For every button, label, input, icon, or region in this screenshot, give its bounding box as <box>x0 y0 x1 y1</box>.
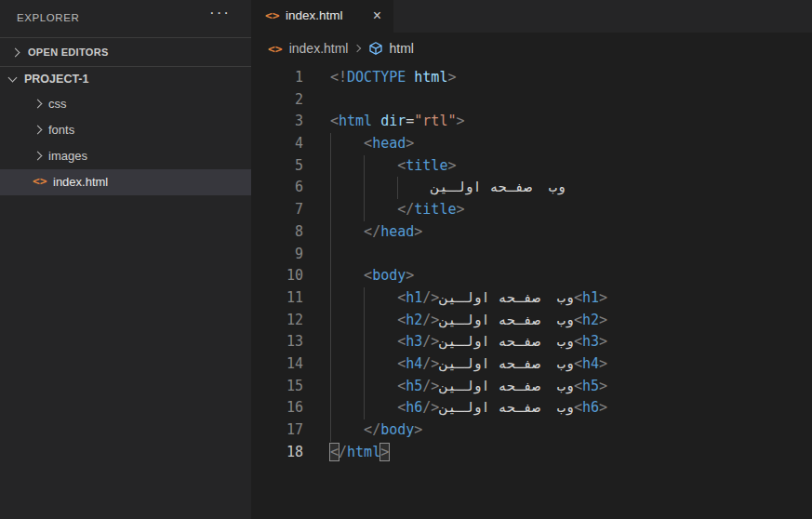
sidebar-item-fonts[interactable]: fonts <box>0 117 251 143</box>
line-number: 18 <box>251 442 303 464</box>
code-token: title <box>414 201 456 218</box>
code-token: / <box>422 289 431 306</box>
code-token: head <box>380 223 414 240</box>
code-line[interactable]: <h6/>وب صفـحه اولـین<h6> <box>330 397 607 419</box>
code-token: h3 <box>406 333 422 350</box>
code-line[interactable]: <h4/>وب صفـحه اولـین<h4> <box>330 353 607 376</box>
html-file-icon: <> <box>268 42 283 56</box>
html-symbol-cube-icon <box>368 41 383 56</box>
code-token: dir <box>380 113 406 129</box>
sidebar-title: EXPLORER <box>17 12 79 23</box>
more-actions-icon[interactable]: ··· <box>209 4 231 22</box>
code-token: > <box>599 399 607 416</box>
sidebar-header: EXPLORER ··· <box>0 0 251 37</box>
line-number: 16 <box>251 397 303 419</box>
indent-guide <box>330 265 331 287</box>
code-token: > <box>447 69 456 86</box>
code-line[interactable]: <title> <box>330 155 456 178</box>
code-line[interactable]: <!DOCTYPE html> <box>330 67 456 89</box>
code-token: / <box>422 399 431 416</box>
code-line-row: 12<h2/>وب صفـحه اولـین<h2> <box>251 310 812 332</box>
code-line[interactable]: </body> <box>330 419 422 442</box>
folder-label: images <box>48 149 87 163</box>
section-open-editors[interactable]: OPEN EDITORS <box>0 38 251 66</box>
code-token: h4 <box>406 355 422 372</box>
code-token: وب صفـحه اولـین <box>439 289 574 306</box>
line-number: 17 <box>251 419 303 442</box>
code-token: < <box>397 312 406 328</box>
indent-guide <box>364 397 365 419</box>
sidebar-item-images[interactable]: images <box>0 143 251 169</box>
line-number: 8 <box>251 221 303 244</box>
code-token: h1 <box>406 289 422 306</box>
code-line[interactable]: </html> <box>330 442 389 464</box>
breadcrumb-file[interactable]: index.html <box>289 41 349 56</box>
code-token: / <box>422 312 431 328</box>
code-token: > <box>414 421 422 438</box>
code-line[interactable]: وب صفـحه اولـین <box>330 177 566 199</box>
code-line-row: 13<h3/>وب صفـحه اولـین<h3> <box>251 331 812 353</box>
code-token: h1 <box>582 289 599 306</box>
code-token: < <box>574 289 582 306</box>
indent-guide <box>330 287 331 310</box>
code-token: وب صفـحه اولـین <box>439 333 574 350</box>
code-line-row: 5<title> <box>251 155 812 178</box>
code-token: < <box>397 378 406 394</box>
code-line[interactable]: <h2/>وب صفـحه اولـین<h2> <box>330 310 607 332</box>
code-token: > <box>599 333 607 350</box>
code-line-row: 9 <box>251 244 812 266</box>
indent-guide <box>330 419 331 442</box>
line-number: 10 <box>251 265 303 287</box>
breadcrumb: <> index.html html <box>251 35 812 61</box>
code-line[interactable]: <h5/>وب صفـحه اولـین<h5> <box>330 376 607 398</box>
indent-guide <box>364 310 365 332</box>
chevron-right-icon <box>33 100 43 109</box>
html-file-icon: <> <box>265 8 280 22</box>
close-icon[interactable]: × <box>373 7 381 24</box>
tab-label: index.html <box>286 8 343 22</box>
chevron-right-icon <box>11 47 20 57</box>
code-line[interactable]: <head> <box>330 133 414 155</box>
code-line-row: 11<h1/>وب صفـحه اولـین<h1> <box>251 287 812 310</box>
line-number: 6 <box>251 177 303 199</box>
code-lines: 1<!DOCTYPE html>23<html dir="rtl">4<head… <box>251 67 812 463</box>
code-line[interactable]: <h3/>وب صفـحه اولـین<h3> <box>330 331 607 353</box>
code-token: < <box>574 378 582 394</box>
code-token: h5 <box>406 378 422 394</box>
code-line[interactable]: <html dir="rtl"> <box>330 111 465 133</box>
indent-guide <box>330 353 331 376</box>
code-token: وب صفـحه اولـین <box>439 399 574 416</box>
code-token: > <box>414 223 422 240</box>
line-number: 3 <box>251 111 303 133</box>
code-line[interactable]: </head> <box>330 221 422 244</box>
code-token: < <box>574 355 582 372</box>
code-line[interactable]: <body> <box>330 265 414 287</box>
code-token: وب صفـحه اولـین <box>439 378 574 394</box>
breadcrumb-symbol[interactable]: html <box>389 41 413 56</box>
line-number: 2 <box>251 89 303 112</box>
indent-guide <box>330 397 331 419</box>
code-line[interactable]: <h1/>وب صفـحه اولـین<h1> <box>330 287 607 310</box>
indent-guide <box>364 177 365 199</box>
code-token: < <box>397 333 406 350</box>
indent-guide <box>330 177 331 199</box>
code-token: html <box>339 113 372 129</box>
code-token: < <box>574 333 582 350</box>
line-number: 12 <box>251 310 303 332</box>
sidebar-item-index-html[interactable]: <> index.html <box>0 169 251 195</box>
code-token: head <box>372 135 406 152</box>
section-project-1[interactable]: PROJECT-1 <box>0 67 251 91</box>
tab-index-html[interactable]: <> index.html × <box>251 0 393 33</box>
code-token: > <box>406 267 414 284</box>
line-number: 9 <box>251 244 303 266</box>
code-line[interactable]: </title> <box>330 199 464 221</box>
code-token: <! <box>330 69 347 86</box>
line-number: 4 <box>251 133 303 155</box>
sidebar-item-css[interactable]: css <box>0 91 251 117</box>
code-line-row: 15<h5/>وب صفـحه اولـین<h5> <box>251 376 812 398</box>
code-token: h5 <box>582 378 599 394</box>
code-token: h2 <box>406 312 422 328</box>
code-token: / <box>422 333 431 350</box>
code-token: < <box>364 135 372 152</box>
indent-guide <box>330 155 331 178</box>
